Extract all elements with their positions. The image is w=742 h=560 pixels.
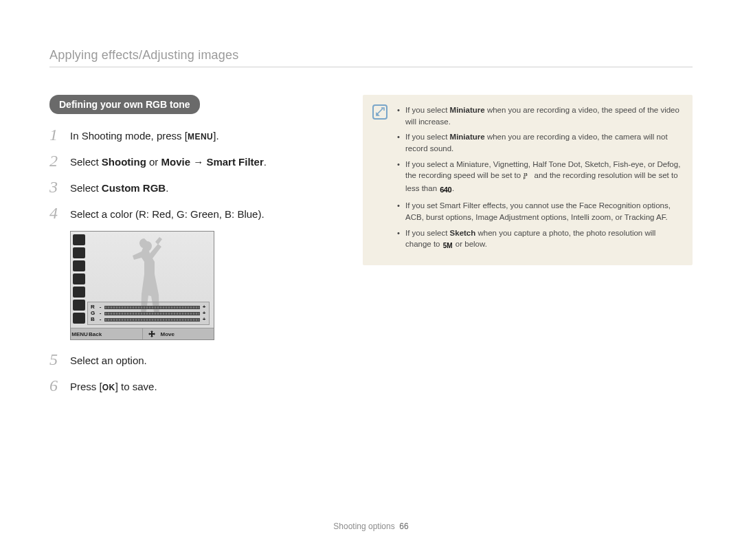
step-number: 4 [49,205,63,221]
camera-face-icon [73,313,85,324]
camera-iso-icon [73,273,85,284]
menu-key-label: MENU [188,131,213,143]
footer-move: Move [142,328,214,339]
note-item: If you select Miniature when you are rec… [397,131,682,154]
step-text-pre: In Shooting mode, press [ [70,130,188,142]
resolution-5m-icon: 5M [442,241,453,251]
note-item: If you select a Miniature, Vignetting, H… [397,159,682,197]
fps-15-icon: 15F [523,172,532,183]
step-text: Select an option. [70,351,147,368]
step-3: 3 Select Custom RGB. [49,179,324,195]
content-columns: Defining your own RGB tone 1 In Shooting… [49,95,693,403]
screenshot-footer: MENU Back Move [71,328,214,339]
rgb-row-b: B - + [91,317,206,322]
step-number: 2 [49,153,63,169]
move-label: Move [161,331,175,337]
step-text-post: ] to save. [115,381,157,392]
svg-text:F: F [524,176,526,180]
footer-page-number: 66 [399,522,408,531]
nav-cross-icon [146,331,158,337]
step-4: 4 Select a color (R: Red, G: Green, B: B… [49,205,324,221]
camera-wb-icon [73,287,85,298]
manual-page: Applying effects/Adjusting images Defini… [0,0,742,560]
page-footer: Shooting options 66 [0,522,742,531]
step-number: 3 [49,179,63,195]
right-column: If you select Miniature when you are rec… [363,95,693,265]
section-title: Applying effects/Adjusting images [49,48,693,67]
rgb-row-r: R - + [91,304,206,310]
camera-icon-strip [73,234,85,324]
note-item: If you select Sketch when you capture a … [397,227,682,251]
step-text-post: ]. [213,130,218,142]
step-number: 6 [49,377,63,394]
note-item: If you select Miniature when you are rec… [397,104,682,127]
step-text: In Shooting mode, press [MENU]. [70,126,219,143]
step-text: Select Shooting or Movie → Smart Filter. [70,153,267,169]
step-screenshot-row: R - + G - + [49,231,324,340]
step-text: Select a color (R: Red, G: Green, B: Blu… [70,205,265,221]
camera-mode-icon [73,234,85,245]
left-column: Defining your own RGB tone 1 In Shooting… [49,95,324,403]
step-6: 6 Press [OK] to save. [49,377,324,394]
footer-back: MENU Back [71,328,142,339]
resolution-640-icon: 640 [439,185,452,196]
rgb-bar-r [104,306,200,309]
camera-setting-icon [73,247,85,258]
step-2: 2 Select Shooting or Movie → Smart Filte… [49,153,324,169]
note-item: If you set Smart Filter effects, you can… [397,200,682,223]
back-label: Back [89,331,102,337]
step-5: 5 Select an option. [49,351,324,368]
steps-list: 1 In Shooting mode, press [MENU]. 2 Sele… [49,126,324,394]
screenshot-body: R - + G - + [71,232,214,328]
camera-exposure-icon [73,260,85,271]
menu-key-icon: MENU [74,331,86,337]
step-text-pre: Press [ [70,381,102,392]
rgb-bar-g [104,312,200,315]
footer-label: Shooting options [333,522,394,531]
rgb-slider-panel: R - + G - + [87,302,210,325]
step-1: 1 In Shooting mode, press [MENU]. [49,126,324,143]
step-text: Press [OK] to save. [70,377,157,394]
rgb-bar-b [104,318,200,322]
note-list: If you select Miniature when you are rec… [397,104,682,251]
rgb-row-g: G - + [91,311,206,316]
subsection-pill: Defining your own RGB tone [49,95,200,114]
step-number: 1 [49,126,63,143]
step-number: 5 [49,351,63,368]
ok-key-label: OK [102,382,115,394]
step-text: Select Custom RGB. [70,179,168,195]
note-icon [372,104,387,120]
camera-screenshot: R - + G - + [70,231,324,340]
camera-filter-icon [73,300,85,311]
note-box: If you select Miniature when you are rec… [363,95,693,265]
